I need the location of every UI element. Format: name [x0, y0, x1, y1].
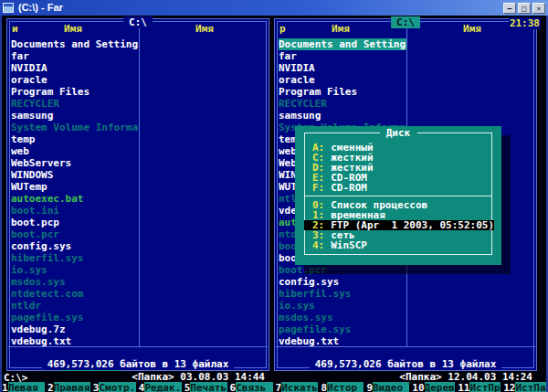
file-item[interactable]: Program Files	[279, 86, 406, 98]
right-sort-indicator: р	[279, 23, 286, 35]
fkey-label: Печать	[190, 382, 227, 392]
left-status-info: <Папка> 03.08.03 14:44	[132, 371, 265, 383]
file-item[interactable]: oracle	[11, 74, 139, 86]
far-manager-window: (C:\) - Far —□✕ 21:38 C:\ и Имя Имя Docu…	[0, 0, 548, 392]
fkey-number: 10	[412, 382, 424, 392]
file-item[interactable]: RECYCLER	[11, 98, 139, 110]
file-item[interactable]: msdos.sys	[11, 276, 139, 288]
fkey-5-button[interactable]: 5Печать	[184, 382, 227, 392]
fkey-3-button[interactable]: 3Смотр.	[93, 382, 136, 392]
window-title: (C:\) - Far	[18, 2, 63, 14]
file-item[interactable]: autoexec.bat	[11, 193, 139, 205]
fkey-8-button[interactable]: 8Истор	[321, 382, 364, 392]
file-item[interactable]: oracle	[279, 74, 406, 86]
titlebar[interactable]: (C:\) - Far —□✕	[0, 0, 548, 16]
fkey-number: 5	[184, 382, 191, 392]
file-item[interactable]: Documents and Settings	[279, 38, 406, 50]
left-panel-path[interactable]: C:\	[123, 16, 153, 28]
function-key-bar: 1Левая2Правая3Смотр.4Редак.5Печать6Связь…	[2, 382, 546, 392]
fkey-number: 4	[139, 382, 145, 392]
fkey-2-button[interactable]: 2Правая	[47, 382, 90, 392]
fkey-number: 6	[230, 382, 237, 392]
dialog-title: Диск	[380, 127, 417, 139]
file-item[interactable]: pagefile.sys	[11, 312, 139, 323]
fkey-number: 9	[366, 382, 373, 392]
special-drive-item-label: WinSCP	[331, 239, 367, 251]
fkey-11-button[interactable]: 11ИстПр	[458, 382, 501, 392]
file-item[interactable]: io.sys	[11, 264, 139, 276]
fkey-10-button[interactable]: 10Дерево	[412, 382, 455, 392]
file-item[interactable]: far	[11, 50, 139, 62]
file-item[interactable]: boot.pcr	[11, 228, 139, 240]
left-column-header-2: Имя	[139, 23, 270, 35]
file-item[interactable]: WUTemp	[11, 181, 139, 193]
file-item[interactable]: Program Files	[11, 86, 139, 98]
file-item[interactable]: System Volume Informatio}	[11, 122, 139, 133]
file-item[interactable]: Documents and Settings	[11, 38, 139, 50]
file-item[interactable]: boot.pcp	[11, 217, 139, 228]
right-status-info: <Папка> 12.04.03 14:24	[399, 371, 532, 383]
left-column-header-1: Имя	[7, 23, 139, 35]
left-sort-indicator: и	[12, 23, 18, 35]
file-item[interactable]: samsung	[279, 110, 406, 122]
special-drive-item-label: FTP (Apr 1 2003, 05:52:05)	[331, 219, 494, 231]
right-totals: 469,573,026 байтов в 13 файлах	[275, 358, 536, 370]
fkey-6-button[interactable]: 6Связь	[230, 382, 273, 392]
file-item[interactable]: WINDOWS	[11, 169, 139, 181]
file-item[interactable]: ntldr	[11, 300, 139, 312]
file-item[interactable]: boot.pcr	[279, 264, 406, 276]
console-area: 21:38 C:\ и Имя Имя Documents and Settin…	[0, 16, 548, 392]
left-file-list: Documents and SettingsfarNVIDIAoraclePro…	[11, 38, 139, 347]
clock: 21:38	[509, 17, 541, 29]
close-button[interactable]: ✕	[532, 3, 545, 14]
file-item[interactable]: boot.ini	[11, 205, 139, 217]
file-item[interactable]: hiberfil.sys	[279, 288, 406, 300]
file-item[interactable]: msdos.sys	[279, 312, 406, 323]
file-item[interactable]: WebServers	[11, 157, 139, 169]
file-item[interactable]: NVIDIA	[11, 62, 139, 74]
right-column-header-1: Имя	[275, 23, 406, 35]
fkey-number: 2	[47, 382, 54, 392]
minimize-button[interactable]: —	[503, 3, 516, 14]
fkey-label: Правая	[54, 382, 90, 392]
fkey-label: Истор	[327, 382, 364, 392]
fkey-number: 12	[503, 382, 515, 392]
file-item[interactable]: pagefile.sys	[279, 323, 406, 335]
fkey-label: ИстПап	[515, 382, 546, 392]
fkey-12-button[interactable]: 12ИстПап	[503, 382, 546, 392]
drive-list: A:сменныйC:жесткийD:жесткийE:CD-ROMF:CD-…	[304, 143, 494, 193]
file-item[interactable]: far	[279, 50, 406, 62]
fkey-label: Дерево	[425, 382, 456, 392]
file-item[interactable]: hiberfil.sys	[11, 252, 139, 264]
fkey-label: Видео	[373, 382, 409, 392]
fkey-label: Редак.	[144, 382, 181, 392]
left-panel[interactable]: C:\ и Имя Имя Documents and SettingsfarN…	[6, 18, 269, 371]
app-icon	[3, 3, 14, 13]
special-drive-item[interactable]: 4:WinSCP	[304, 240, 494, 250]
fkey-9-button[interactable]: 9Видео	[366, 382, 409, 392]
file-item[interactable]: web	[11, 145, 139, 157]
drive-item[interactable]: F:CD-ROM	[304, 183, 494, 193]
file-item[interactable]: ntdetect.com	[11, 288, 139, 300]
drive-item-key: F:	[312, 182, 324, 194]
file-item[interactable]: config.sys	[11, 240, 139, 252]
file-item[interactable]: io.sys	[279, 300, 406, 312]
file-item[interactable]: vdebug.7z	[11, 323, 139, 335]
file-item[interactable]: config.sys	[279, 276, 406, 288]
drive-select-dialog: Диск A:сменныйC:жесткийD:жесткийE:CD-ROM…	[295, 126, 501, 265]
fkey-number: 11	[458, 382, 469, 392]
file-item[interactable]: RECYCLER	[279, 98, 406, 110]
dialog-separator	[304, 196, 492, 196]
file-item[interactable]: temp	[11, 133, 139, 145]
fkey-4-button[interactable]: 4Редак.	[139, 382, 182, 392]
right-panel-path[interactable]: C:\	[391, 16, 420, 28]
fkey-label: Смотр.	[99, 382, 135, 392]
special-drive-list: 0:Список процессов1:временная2:FTP (Apr …	[304, 200, 494, 250]
file-item[interactable]: NVIDIA	[279, 62, 406, 74]
drive-item-label: CD-ROM	[331, 182, 367, 194]
left-column-divider	[139, 21, 140, 347]
fkey-number: 8	[321, 382, 327, 392]
maximize-button[interactable]: □	[518, 3, 531, 14]
file-item[interactable]: samsung	[11, 110, 139, 122]
left-totals: 469,573,026 байтов в 13 файлах	[7, 358, 269, 370]
